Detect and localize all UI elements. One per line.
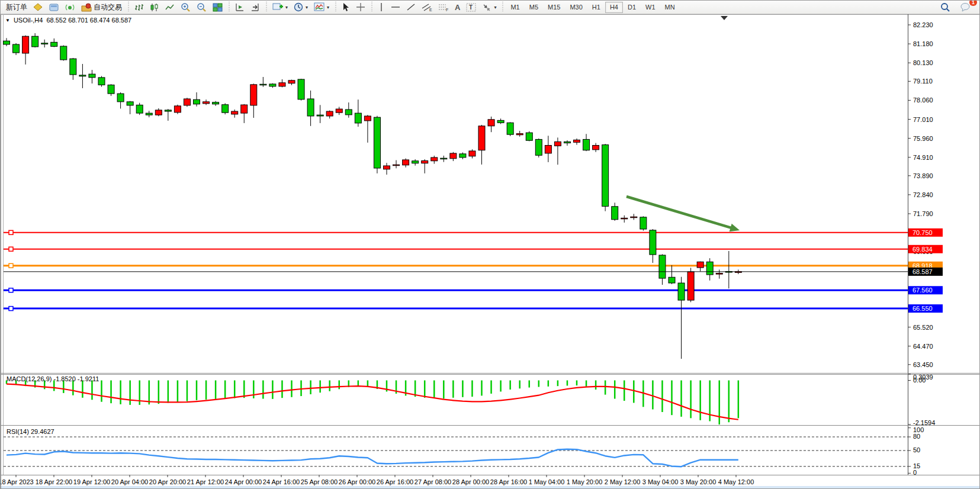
autotrading-button[interactable]: 自动交易 — [78, 1, 125, 13]
hline-price-label: 69.834 — [912, 246, 933, 253]
market-watch-icon — [33, 3, 43, 12]
svg-text:T: T — [469, 4, 473, 11]
autoscroll-button[interactable] — [232, 1, 248, 13]
fibonacci-tool-button[interactable]: F — [435, 1, 452, 13]
timeframe-button-w1[interactable]: W1 — [641, 2, 660, 13]
time-axis-label: 2 May 12:00 — [605, 478, 641, 485]
candle-bear — [269, 84, 276, 86]
search-button[interactable] — [937, 1, 953, 13]
zoom-out-button[interactable] — [194, 1, 210, 13]
candle-bull — [574, 140, 580, 142]
vertical-line-icon — [378, 2, 385, 12]
vertical-line-tool-button[interactable] — [375, 1, 388, 13]
periods-button[interactable]: ▾ — [291, 1, 311, 13]
price-tick-label: 65.520 — [913, 324, 933, 331]
hline-handle[interactable] — [9, 247, 13, 251]
candle-bear — [41, 43, 48, 44]
hline-handle[interactable] — [9, 230, 13, 234]
candle-bull — [716, 274, 722, 275]
chart-canvas[interactable]: 82.23081.18080.13079.11078.06077.01075.9… — [1, 14, 980, 489]
candle-bear — [507, 123, 513, 134]
candle-bull — [478, 126, 485, 150]
crosshair-tool-button[interactable] — [353, 1, 368, 13]
candle-bear — [79, 75, 86, 76]
trendline-tool-button[interactable] — [403, 1, 419, 13]
candlestick-chart-button[interactable] — [147, 1, 162, 13]
time-axis-label: 4 May 12:00 — [718, 478, 754, 485]
cursor-tool-button[interactable] — [339, 1, 353, 13]
time-axis-label: 21 Apr 12:00 — [187, 478, 224, 485]
candle-bear — [89, 74, 95, 78]
text-tool-button[interactable]: A — [452, 1, 463, 13]
indicators-button[interactable]: ▾ — [311, 1, 332, 13]
timeframe-button-h1[interactable]: H1 — [587, 2, 605, 13]
text-label-tool-button[interactable]: T — [463, 1, 479, 13]
dropdown-caret-icon: ▾ — [327, 5, 329, 10]
search-icon — [940, 2, 950, 12]
timeframe-button-h4[interactable]: H4 — [605, 2, 623, 13]
text-tool-icon: A — [455, 3, 460, 12]
market-watch-button[interactable] — [30, 1, 46, 13]
candle-bull — [241, 105, 248, 113]
channel-tool-button[interactable]: E — [419, 1, 435, 13]
candle-bear — [307, 99, 314, 116]
toolbar-separator — [334, 2, 337, 12]
tile-windows-button[interactable] — [210, 1, 226, 13]
navigator-button[interactable] — [46, 1, 62, 13]
chart-window: 82.23081.18080.13079.11078.06077.01075.9… — [1, 14, 980, 489]
bar-chart-button[interactable] — [131, 1, 147, 13]
svg-text:F: F — [446, 8, 448, 12]
candle-bull — [631, 217, 637, 218]
equidistant-channel-icon: E — [422, 3, 432, 12]
candle-bull — [516, 134, 523, 135]
time-axis-label: 24 Apr 16:00 — [263, 478, 300, 485]
candle-bear — [13, 44, 20, 53]
line-chart-button[interactable] — [162, 1, 178, 13]
price-tick-label: 64.470 — [913, 343, 933, 350]
notifications-button[interactable]: 1 — [957, 1, 973, 13]
chart-shift-button[interactable] — [248, 1, 263, 13]
candle-bear — [4, 41, 10, 44]
candle-bear — [117, 94, 124, 102]
time-axis-label: 1 May 20:00 — [567, 478, 603, 485]
rsi-axis-label: 15 — [913, 462, 920, 469]
candle-bull — [288, 81, 295, 83]
arrows-tool-button[interactable]: ▾ — [479, 1, 499, 13]
time-axis-label: 1 May 04:00 — [529, 478, 565, 485]
candle-bear — [298, 79, 304, 99]
candle-bear — [127, 102, 133, 105]
chart-background — [1, 14, 980, 489]
time-axis-label: 3 May 20:00 — [680, 478, 716, 485]
new-chart-button[interactable]: ▾ — [269, 1, 291, 13]
collapse-triangle-icon[interactable]: ▼ — [5, 18, 10, 23]
candle-bull — [431, 157, 438, 161]
candle-bear — [194, 99, 200, 104]
candle-bear — [374, 117, 380, 168]
zoom-in-button[interactable] — [178, 1, 194, 13]
timeframe-button-m5[interactable]: M5 — [525, 2, 543, 13]
timeframe-button-m15[interactable]: M15 — [543, 2, 565, 13]
horizontal-line-tool-button[interactable] — [388, 1, 403, 13]
candle-bull — [184, 99, 190, 105]
hline-handle[interactable] — [9, 307, 13, 311]
autotrading-label: 自动交易 — [94, 2, 122, 12]
new-chart-icon — [272, 2, 283, 12]
macd-axis-label: 0.00 — [913, 377, 926, 384]
candle-bull — [232, 111, 238, 114]
toolbar-separator — [265, 2, 268, 12]
timeframe-button-m1[interactable]: M1 — [506, 2, 524, 13]
timeframe-button-m30[interactable]: M30 — [565, 2, 587, 13]
new-order-button[interactable]: 新订单 — [3, 1, 30, 13]
candle-bear — [260, 84, 266, 85]
hline-handle[interactable] — [9, 288, 13, 292]
candle-bear — [669, 277, 675, 283]
signals-button[interactable] — [62, 1, 78, 13]
candle-bear — [650, 230, 656, 255]
hline-handle[interactable] — [9, 263, 13, 268]
candle-bull — [697, 262, 703, 268]
timeframe-button-d1[interactable]: D1 — [623, 2, 641, 13]
timeframe-button-mn[interactable]: MN — [660, 2, 680, 13]
candle-bear — [526, 133, 532, 140]
candle-bull — [326, 111, 333, 116]
rsi-axis-label: 0 — [913, 469, 917, 476]
